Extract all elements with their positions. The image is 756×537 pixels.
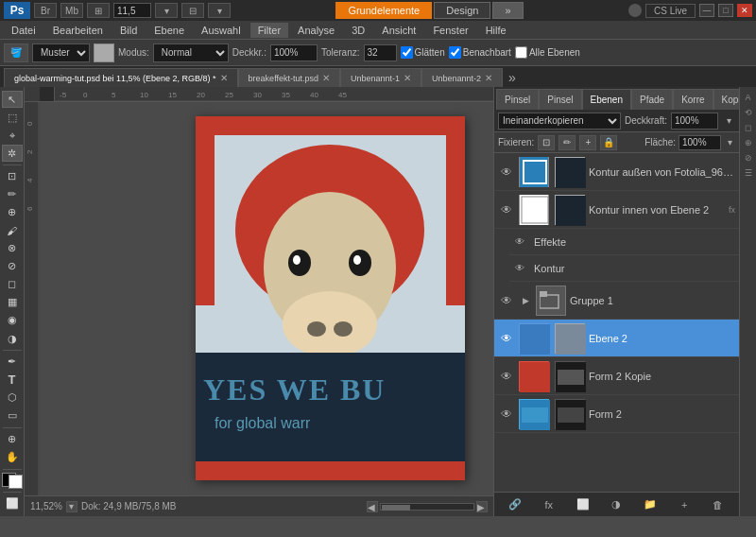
doc-tab-3[interactable]: Unbenannt-2 ✕ — [421, 68, 503, 87]
add-layer-btn[interactable]: + — [675, 496, 694, 513]
menu-auswahl[interactable]: Auswahl — [194, 23, 249, 38]
crop-tool[interactable]: ⊡ — [2, 168, 23, 185]
mini-bridge-icon[interactable]: Mb — [60, 3, 83, 18]
menu-3d[interactable]: 3D — [344, 23, 372, 38]
doc-tab-close-1[interactable]: ✕ — [322, 73, 330, 83]
edge-tool-5[interactable]: ⊘ — [742, 151, 755, 165]
fill-input[interactable] — [679, 135, 721, 150]
layer-eye-form2[interactable]: 👁 — [498, 406, 515, 423]
layer-sub-kontur[interactable]: 👁 Kontur — [509, 255, 739, 282]
panel-tab-pinsel2[interactable]: Pinsel — [539, 89, 581, 110]
workspace-grundelemente[interactable]: Grundelemente — [335, 2, 432, 19]
brush-tool[interactable]: 🖌 — [2, 222, 23, 239]
delete-layer-btn[interactable]: 🗑 — [709, 496, 728, 513]
menu-datei[interactable]: Datei — [4, 23, 43, 38]
edge-tool-6[interactable]: ☰ — [742, 166, 755, 180]
panel-tab-pfade[interactable]: Pfade — [631, 89, 673, 110]
cs-live-button[interactable]: CS Live — [645, 4, 696, 18]
size-dropdown-icon[interactable]: ▾ — [155, 3, 178, 18]
glatten-checkbox[interactable]: Glätten — [401, 46, 445, 59]
blur-tool[interactable]: ◉ — [2, 312, 23, 329]
add-group-btn[interactable]: 📁 — [641, 496, 660, 513]
dodge-tool[interactable]: ◑ — [2, 330, 23, 347]
lock-transparent-btn[interactable]: ⊡ — [538, 135, 555, 150]
menu-bearbeiten[interactable]: Bearbeiten — [45, 23, 111, 38]
menu-analyse[interactable]: Analyse — [290, 23, 342, 38]
minimize-button[interactable]: — — [699, 4, 714, 17]
benachbart-checkbox[interactable]: Benachbart — [449, 46, 511, 59]
modus-select[interactable]: Normal — [153, 43, 229, 62]
color-picker[interactable] — [2, 473, 23, 490]
opacity-options-icon[interactable]: ▾ — [722, 114, 735, 128]
lasso-tool[interactable]: ⌖ — [2, 127, 23, 144]
menu-bild[interactable]: Bild — [112, 23, 145, 38]
gradient-tool[interactable]: ▦ — [2, 294, 23, 311]
lock-image-btn[interactable]: ✏ — [558, 135, 576, 150]
layout-icon[interactable]: ⊞ — [87, 3, 110, 18]
layer-sub-effekte[interactable]: 👁 Effekte — [509, 229, 739, 255]
layer-item-form2kopie[interactable]: 👁 Form 2 Kopie — [494, 357, 739, 395]
healing-tool[interactable]: ⊕ — [2, 204, 23, 221]
edge-tool-3[interactable]: ◻ — [742, 121, 755, 134]
canvas-scroll-left[interactable]: ◀ — [367, 501, 378, 512]
alle-ebenen-checkbox[interactable]: Alle Ebenen — [515, 46, 580, 59]
layer-eye-kontur-aussen[interactable]: 👁 — [498, 164, 515, 181]
link-layers-btn[interactable]: 🔗 — [506, 496, 524, 513]
doc-tab-close-3[interactable]: ✕ — [485, 73, 492, 83]
add-adjustment-btn[interactable]: ◑ — [607, 496, 626, 513]
doc-tab-0[interactable]: global-warming-tut.psd bei 11,5% (Ebene … — [4, 68, 238, 87]
workspace-design[interactable]: Design — [434, 2, 490, 19]
maximize-button[interactable]: □ — [718, 4, 733, 17]
layer-eye-effekte[interactable]: 👁 — [513, 235, 526, 249]
view-dropdown-icon[interactable]: ▾ — [208, 3, 231, 18]
doc-tabs-more[interactable]: » — [503, 68, 522, 87]
canvas-scroll-right[interactable]: ▶ — [476, 501, 488, 512]
type-tool[interactable]: T — [2, 372, 23, 389]
eraser-tool[interactable]: ◻ — [2, 276, 23, 293]
layer-eye-ebene2[interactable]: 👁 — [498, 330, 515, 347]
layers-list[interactable]: 👁 Kontur außen von Fotolia_9651... 👁 — [494, 153, 739, 492]
menu-filter[interactable]: Filter — [250, 23, 288, 38]
layer-eye-kontur-innen[interactable]: 👁 — [498, 201, 515, 218]
layer-eye-kontur[interactable]: 👁 — [513, 262, 526, 275]
pattern-picker[interactable] — [94, 43, 114, 62]
close-button[interactable]: ✕ — [737, 4, 752, 17]
doc-tab-2[interactable]: Unbenannt-1 ✕ — [340, 68, 421, 87]
deckraft-input[interactable] — [270, 44, 318, 61]
hand-tool[interactable]: ✋ — [2, 449, 23, 466]
workspace-expand[interactable]: » — [492, 2, 523, 19]
canvas-document-area[interactable]: YES WE BU for global warr — [40, 102, 493, 495]
layer-item-form2[interactable]: 👁 Form 2 — [494, 395, 739, 433]
edge-tool-4[interactable]: ⊕ — [742, 136, 755, 149]
layer-item-kontur-innen[interactable]: 👁 Kontur innen von Ebene 2 fx — [494, 191, 739, 229]
add-style-btn[interactable]: fx — [540, 496, 558, 513]
size-value[interactable]: 11,5 — [113, 3, 151, 18]
layer-item-ebene2[interactable]: 👁 Ebene 2 — [494, 320, 739, 357]
zoom-menu-button[interactable]: ▾ — [66, 501, 77, 512]
lock-position-btn[interactable]: + — [579, 135, 596, 150]
zoom-tool[interactable]: ⊕ — [2, 431, 23, 448]
panel-tab-korre[interactable]: Korre — [673, 89, 713, 110]
menu-ebene[interactable]: Ebene — [146, 23, 192, 38]
opacity-input[interactable] — [671, 113, 718, 130]
tool-type-select[interactable]: Muster — [32, 43, 90, 62]
layer-eye-form2kopie[interactable]: 👁 — [498, 368, 515, 385]
layer-item-kontur-aussen[interactable]: 👁 Kontur außen von Fotolia_9651... — [494, 153, 739, 191]
history-tool[interactable]: ⊘ — [2, 258, 23, 275]
edge-tool-2[interactable]: ⟲ — [742, 106, 755, 119]
view-icon[interactable]: ⊟ — [181, 3, 204, 18]
background-color[interactable] — [9, 475, 23, 489]
fill-options-icon[interactable]: ▾ — [724, 135, 735, 150]
eyedropper-tool[interactable]: ✏ — [2, 186, 23, 203]
layer-expand-gruppe1[interactable]: ▶ — [519, 294, 532, 307]
magic-wand-tool[interactable]: ✲ — [2, 145, 23, 162]
doc-tab-1[interactable]: breakeffekt-tut.psd ✕ — [238, 68, 340, 87]
search-circle-icon[interactable] — [628, 4, 642, 17]
layer-eye-gruppe1[interactable]: 👁 — [498, 292, 515, 309]
path-tool[interactable]: ⬡ — [2, 390, 23, 407]
doc-tab-close-0[interactable]: ✕ — [220, 73, 228, 83]
canvas-scrollbar[interactable] — [380, 503, 474, 511]
layer-item-gruppe1[interactable]: 👁 ▶ Gruppe 1 — [494, 282, 739, 320]
menu-hilfe[interactable]: Hilfe — [478, 23, 514, 38]
marquee-tool[interactable]: ⬚ — [2, 109, 23, 126]
